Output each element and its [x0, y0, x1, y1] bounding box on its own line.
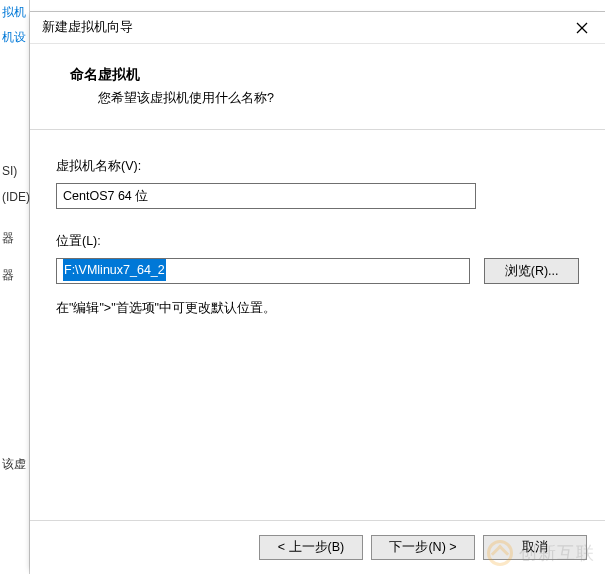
browse-button[interactable]: 浏览(R)...: [484, 258, 579, 284]
header-subtitle: 您希望该虚拟机使用什么名称?: [70, 90, 579, 107]
next-button[interactable]: 下一步(N) >: [371, 535, 475, 560]
header-title: 命名虚拟机: [70, 66, 579, 84]
back-button[interactable]: < 上一步(B): [259, 535, 363, 560]
vm-name-label: 虚拟机名称(V):: [56, 158, 579, 175]
dialog-header: 命名虚拟机 您希望该虚拟机使用什么名称?: [30, 44, 605, 130]
vm-location-label: 位置(L):: [56, 233, 579, 250]
dialog-title: 新建虚拟机向导: [42, 19, 133, 36]
dialog-footer: < 上一步(B) 下一步(N) > 取消: [30, 520, 605, 574]
bg-item: 该虚: [0, 452, 29, 477]
bg-item: SI): [0, 160, 29, 182]
cancel-button[interactable]: 取消: [483, 535, 587, 560]
close-icon: [576, 22, 588, 34]
new-vm-wizard-dialog: 新建虚拟机向导 命名虚拟机 您希望该虚拟机使用什么名称? 虚拟机名称(V): 位…: [30, 11, 605, 574]
dialog-titlebar: 新建虚拟机向导: [30, 12, 605, 44]
vm-name-input[interactable]: [56, 183, 476, 209]
background-left-strip: 拟机 机设 SI) (IDE) 器 器 该虚: [0, 0, 30, 574]
vm-location-value: F:\VMlinux7_64_2: [63, 259, 166, 281]
close-button[interactable]: [559, 12, 605, 44]
location-hint: 在"编辑">"首选项"中可更改默认位置。: [56, 300, 579, 317]
bg-item: 拟机: [0, 0, 29, 25]
dialog-content: 虚拟机名称(V): 位置(L): F:\VMlinux7_64_2 浏览(R).…: [30, 130, 605, 520]
vm-location-input[interactable]: F:\VMlinux7_64_2: [56, 258, 470, 284]
bg-item: 器: [0, 226, 29, 251]
bg-item: 机设: [0, 25, 29, 50]
bg-item: (IDE): [0, 186, 29, 208]
bg-item: 器: [0, 263, 29, 288]
